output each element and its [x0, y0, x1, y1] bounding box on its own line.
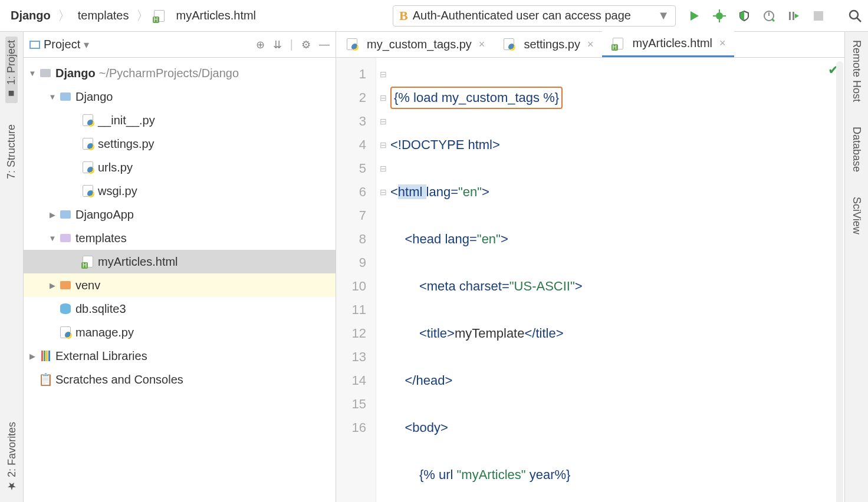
close-icon[interactable]: × [719, 37, 726, 49]
fold-gutter: ⊟⊟⊟⊟⊟⊟ [376, 58, 390, 502]
search-icon[interactable] [848, 9, 862, 23]
tab-customtags[interactable]: my_custom_tags.py× [336, 31, 493, 57]
breadcrumb-templates[interactable]: templates [73, 8, 134, 24]
tree-templates[interactable]: ▼templates [24, 226, 336, 250]
breadcrumb-file[interactable]: myArticles.html [172, 8, 261, 24]
run-icon[interactable] [688, 9, 702, 23]
tree-manage[interactable]: manage.py [24, 321, 336, 344]
editor-tabs: my_custom_tags.py× settings.py× myArticl… [336, 32, 844, 58]
collapse-icon[interactable]: ⇊ [273, 38, 282, 51]
debug-icon[interactable] [712, 9, 726, 23]
project-panel-header: Project ▾ ⊕ ⇊ | ⚙ — [24, 32, 336, 58]
profile-icon[interactable] [762, 9, 776, 23]
chevron-right-icon: 〉 [58, 7, 71, 25]
tree-wsgi[interactable]: wsgi.py [24, 179, 336, 203]
main-area: ■ 1: Project 7: Structure ★ 2: Favorites… [0, 32, 868, 502]
breadcrumb-root[interactable]: Django [6, 8, 55, 24]
tree-django[interactable]: ▼Django [24, 85, 336, 108]
chevron-right-icon: 〉 [136, 7, 149, 25]
close-icon[interactable]: × [479, 38, 485, 51]
minimize-icon[interactable]: — [319, 38, 330, 51]
left-tool-strip: ■ 1: Project 7: Structure ★ 2: Favorites [0, 32, 24, 502]
tool-tab-database[interactable]: Database [850, 123, 863, 176]
run-config-selector[interactable]: B Auth-Authenticated user can access pag… [393, 5, 676, 27]
tree-init[interactable]: __init__.py [24, 108, 336, 132]
line-gutter: 12345678910111213141516 [336, 58, 376, 502]
svg-line-11 [857, 18, 861, 22]
tree-root[interactable]: ▼Django~/PycharmProjects/Django [24, 61, 336, 85]
coverage-icon[interactable] [737, 9, 751, 23]
editor-body[interactable]: 12345678910111213141516 ⊟⊟⊟⊟⊟⊟ {% load m… [336, 58, 844, 502]
close-icon[interactable]: × [587, 38, 594, 51]
scrollbar[interactable] [836, 61, 843, 502]
tool-tab-project[interactable]: ■ 1: Project [5, 37, 18, 103]
top-bar: Django 〉 templates 〉 myArticles.html B A… [0, 0, 868, 32]
svg-rect-9 [814, 11, 823, 21]
target-icon[interactable]: ⊕ [256, 38, 265, 51]
tree-scratches[interactable]: 📋Scratches and Consoles [24, 368, 336, 391]
svg-rect-7 [789, 12, 791, 20]
scratches-icon: 📋 [39, 373, 52, 386]
svg-rect-8 [793, 12, 794, 20]
tab-myarticles[interactable]: myArticles.html× [602, 31, 734, 57]
tree-urls[interactable]: urls.py [24, 156, 336, 179]
tree-db[interactable]: db.sqlite3 [24, 297, 336, 321]
html-file-icon [153, 9, 166, 22]
tool-tab-remote[interactable]: Remote Host [850, 37, 863, 105]
breadcrumbs: Django 〉 templates 〉 myArticles.html [6, 7, 384, 25]
svg-point-10 [850, 11, 858, 19]
tree-myarticles[interactable]: myArticles.html [24, 250, 336, 273]
project-panel-title: Project [44, 38, 80, 51]
tree-venv[interactable]: ▶venv [24, 273, 336, 297]
tree-external-libs[interactable]: ▶External Libraries [24, 344, 336, 368]
project-panel: Project ▾ ⊕ ⇊ | ⚙ — ▼Django~/PycharmProj… [24, 32, 336, 502]
chevron-down-icon[interactable]: ▾ [84, 38, 89, 51]
editor-panel: my_custom_tags.py× settings.py× myArticl… [336, 32, 844, 502]
tool-tab-structure[interactable]: 7: Structure [5, 121, 18, 183]
separator: | [290, 38, 293, 51]
svg-point-0 [716, 12, 723, 19]
run-config-label: Auth-Authenticated user can access page [413, 9, 631, 22]
tab-settings[interactable]: settings.py× [493, 31, 601, 57]
gear-icon[interactable]: ⚙ [301, 38, 311, 51]
tool-tab-sciview[interactable]: SciView [850, 193, 863, 238]
stop-icon [811, 9, 826, 23]
concurrency-icon[interactable] [787, 9, 801, 23]
tree-settings[interactable]: settings.py [24, 132, 336, 156]
tool-tab-favorites[interactable]: ★ 2: Favorites [5, 418, 18, 496]
tree-djangoapp[interactable]: ▶DjangoApp [24, 203, 336, 226]
chevron-down-icon: ▼ [657, 9, 669, 22]
behave-icon: B [399, 8, 408, 24]
right-tool-strip: Remote Host Database SciView [844, 32, 868, 502]
project-view-icon [29, 41, 40, 49]
project-tree: ▼Django~/PycharmProjects/Django ▼Django … [24, 58, 336, 502]
run-toolbar [688, 9, 862, 23]
code-area[interactable]: {% load my_custom_tags %} <!DOCTYPE html… [390, 58, 844, 502]
